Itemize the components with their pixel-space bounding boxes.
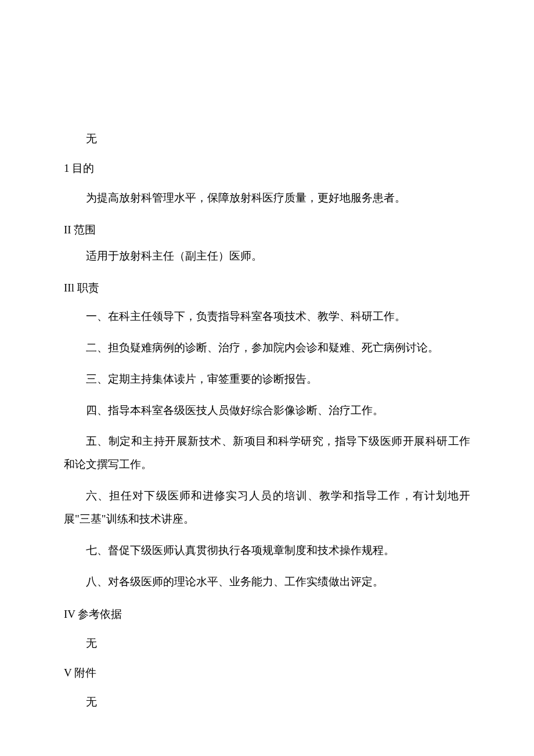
section-4-content: 无 <box>64 635 470 652</box>
section-1-heading: 1 目的 <box>64 160 470 177</box>
section-3-heading: IIl 职责 <box>64 280 470 297</box>
section-3-item-1: 一、在科主任领导下，负责指导科室各项技术、教学、科研工作。 <box>64 305 470 328</box>
section-3-item-2: 二、担负疑难病例的诊断、治疗，参加院内会诊和疑难、死亡病例讨论。 <box>64 336 470 359</box>
section-3-item-8: 八、对各级医师的理论水平、业务能力、工作实绩做出评定。 <box>64 570 470 593</box>
section-5-content: 无 <box>64 694 470 711</box>
section-2-heading: II 范围 <box>64 222 470 239</box>
document-page: 无 1 目的 为提高放射科管理水平，保障放射科医疗质量，更好地服务患者。 II … <box>0 0 534 711</box>
section-3-item-7: 七、督促下级医师认真贯彻执行各项规章制度和技术操作规程。 <box>64 539 470 562</box>
section-3-item-5: 五、制定和主持开展新技术、新项目和科学研究，指导下级医师开展科研工作和论文撰写工… <box>64 430 470 476</box>
section-4-heading: IV 参考依据 <box>64 606 470 623</box>
section-3-item-4: 四、指导本科室各级医技人员做好综合影像诊断、治疗工作。 <box>64 399 470 422</box>
section-3-item-3: 三、定期主持集体读片，审签重要的诊断报告。 <box>64 368 470 391</box>
top-none-text: 无 <box>64 131 470 147</box>
section-2-content: 适用于放射科主任（副主任）医师。 <box>64 244 470 268</box>
section-5-heading: V 附件 <box>64 665 470 682</box>
section-1-content: 为提高放射科管理水平，保障放射科医疗质量，更好地服务患者。 <box>64 187 470 209</box>
section-3-item-6: 六、担任对下级医师和进修实习人员的培训、教学和指导工作，有计划地开展"三基"训练… <box>64 484 470 531</box>
